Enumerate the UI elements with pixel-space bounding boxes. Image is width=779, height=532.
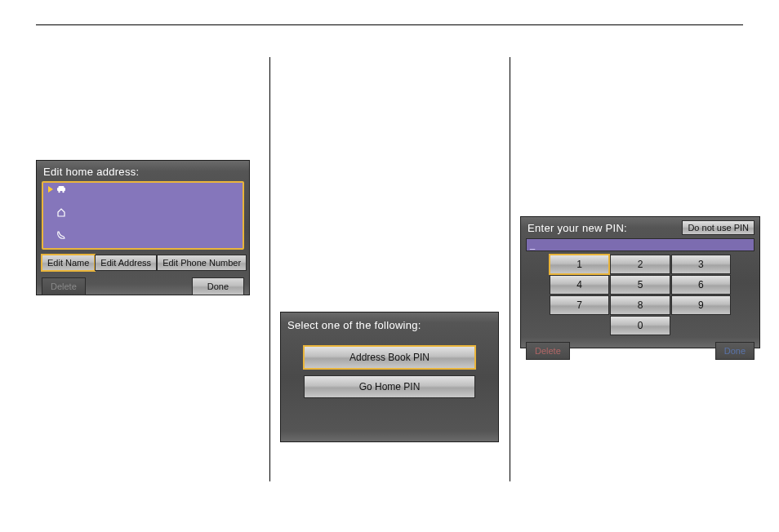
car-icon (56, 185, 65, 193)
key-1[interactable]: 1 (550, 255, 609, 274)
row-car[interactable] (48, 185, 65, 193)
top-divider (36, 24, 743, 25)
go-home-pin-button[interactable]: Go Home PIN (304, 375, 475, 398)
column-separator-1 (269, 57, 270, 481)
key-6[interactable]: 6 (671, 275, 731, 295)
svg-rect-1 (59, 186, 65, 188)
phone-icon (56, 230, 65, 238)
address-display[interactable] (42, 181, 244, 250)
panel1-title: Edit home address: (42, 164, 244, 181)
key-3[interactable]: 3 (671, 255, 731, 274)
edit-address-button[interactable]: Edit Address (95, 255, 157, 271)
key-2[interactable]: 2 (610, 255, 670, 274)
key-0[interactable]: 0 (610, 316, 670, 335)
key-7[interactable]: 7 (550, 295, 609, 315)
key-5[interactable]: 5 (610, 275, 670, 295)
selection-triangle-icon (48, 186, 53, 193)
key-8[interactable]: 8 (610, 295, 670, 315)
keypad: 1 2 3 4 5 6 7 8 9 (550, 255, 731, 315)
pin-display: _ (526, 238, 755, 251)
pin-done-button: Done (715, 342, 755, 360)
panel2-title: Select one of the following: (287, 317, 492, 346)
row-phone[interactable] (48, 230, 65, 238)
do-not-use-pin-button[interactable]: Do not use PIN (682, 220, 755, 235)
edit-name-button[interactable]: Edit Name (42, 255, 95, 271)
home-icon (56, 207, 65, 215)
enter-pin-panel: Enter your new PIN: Do not use PIN _ 1 2… (520, 216, 760, 348)
column-separator-2 (510, 57, 510, 481)
select-pin-type-panel: Select one of the following: Address Boo… (280, 312, 499, 442)
svg-point-3 (62, 191, 64, 193)
edit-phone-number-button[interactable]: Edit Phone Number (157, 255, 247, 271)
key-9[interactable]: 9 (671, 295, 731, 315)
pin-delete-button: Delete (526, 342, 570, 360)
delete-button: Delete (42, 277, 86, 295)
svg-point-2 (58, 191, 60, 193)
address-book-pin-button[interactable]: Address Book PIN (304, 346, 475, 369)
edit-home-address-panel: Edit home address: Edit Name Edit Addres… (36, 160, 250, 295)
done-button[interactable]: Done (192, 277, 244, 295)
panel3-title: Enter your new PIN: (526, 222, 627, 234)
key-4[interactable]: 4 (550, 275, 609, 295)
row-home[interactable] (48, 207, 65, 215)
